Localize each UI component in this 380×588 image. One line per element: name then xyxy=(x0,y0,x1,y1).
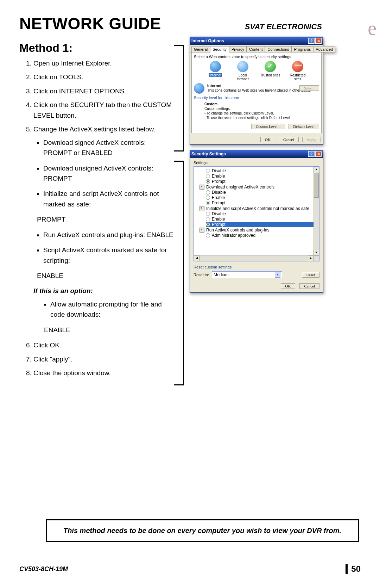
radio-enable-3[interactable]: Enable xyxy=(206,217,317,222)
tab-advanced[interactable]: Advanced xyxy=(313,46,335,52)
step5-b3-value: PROMPT xyxy=(37,214,174,224)
step-2: Click on TOOLS. xyxy=(33,72,174,82)
group-initialize-script: Initialize and script ActiveX controls n… xyxy=(200,206,317,211)
radio-disable-2[interactable]: Disable xyxy=(206,190,317,195)
step5-bullet-3: Initialize and script ActiveX controls n… xyxy=(43,188,174,224)
scroll-right-icon[interactable]: ▶ xyxy=(308,255,314,261)
radio-label: Prompt xyxy=(212,179,226,184)
reset-to-combo[interactable]: Medium ▾ xyxy=(212,271,282,278)
radio-label: Disable xyxy=(212,190,226,195)
help-icon[interactable]: ? xyxy=(308,151,315,157)
tab-connections[interactable]: Connections xyxy=(265,46,291,52)
step-6: Click OK. xyxy=(33,340,174,350)
page-title: NETWORK GUIDE xyxy=(19,14,161,33)
radio-prompt-2[interactable]: Prompt xyxy=(206,200,317,205)
dlg1-apply-button[interactable]: Apply xyxy=(302,137,321,142)
opt-bullet-text: Allow automatic prompting for file and c… xyxy=(50,301,162,318)
reset-to-label: Reset to: xyxy=(194,273,209,277)
radio-icon xyxy=(206,174,210,178)
radio-icon xyxy=(206,233,210,237)
radio-prompt-1[interactable]: Prompt xyxy=(206,179,317,184)
default-level-button[interactable]: Default Level xyxy=(289,124,319,129)
step-5-text: Change the ActiveX settings listed below… xyxy=(33,125,155,133)
tab-privacy[interactable]: Privacy xyxy=(229,46,247,52)
reset-to-value: Medium xyxy=(214,272,229,277)
radio-disable-1[interactable]: Disable xyxy=(206,168,317,173)
radio-label: Prompt xyxy=(212,222,226,227)
zone-restricted-sites[interactable]: Restricted sites xyxy=(287,61,308,81)
radio-admin-approved[interactable]: Administrator approved xyxy=(206,233,317,238)
zone-desc-text: This zone contains all Web sites you hav… xyxy=(207,88,311,92)
scroll-up-icon[interactable]: ▲ xyxy=(314,167,319,172)
radio-icon xyxy=(206,190,210,194)
dlg1-ok-button[interactable]: OK xyxy=(260,137,275,142)
dlg2-title: Security Settings xyxy=(191,151,226,156)
step-4: Click on the SECURITY tab then the CUSTO… xyxy=(33,100,174,120)
chevron-down-icon[interactable]: ▾ xyxy=(275,272,280,278)
step5-bullet-4: Run ActiveX controls and plug-ins: ENABL… xyxy=(43,230,174,240)
group-download-unsigned: Download unsigned ActiveX controls xyxy=(200,185,317,190)
scroll-left-icon[interactable]: ◀ xyxy=(194,255,200,261)
radio-disable-3[interactable]: Disable xyxy=(206,211,317,216)
bracket-2 xyxy=(174,161,184,385)
zone-internet-label: Internet xyxy=(209,73,222,77)
group-icon xyxy=(200,228,204,233)
step-list: Open up Internet Explorer. Click on TOOL… xyxy=(19,58,174,378)
scroll-down-icon[interactable]: ▼ xyxy=(314,250,319,255)
zone-local-intranet[interactable]: Local intranet xyxy=(232,61,253,81)
step5-bullet-1: Download signed ActiveX controls: PROMPT… xyxy=(43,137,174,158)
opt-bullet: Allow automatic prompting for file and c… xyxy=(50,299,174,335)
opt-bullet-value: ENABLE xyxy=(44,325,174,335)
custom-title: Custom xyxy=(204,102,217,106)
local-intranet-icon xyxy=(237,61,248,72)
step5-b5-value: ENABLE xyxy=(37,271,174,281)
radio-prompt-3-selected[interactable]: Prompt xyxy=(206,222,317,227)
radio-enable-2[interactable]: Enable xyxy=(206,195,317,200)
custom-line1: Custom settings. xyxy=(204,107,230,111)
close-icon[interactable]: ✕ xyxy=(315,151,322,157)
tab-general[interactable]: General xyxy=(191,46,210,52)
reset-button[interactable]: Reset xyxy=(302,272,319,278)
zone-trusted-label: Trusted sites xyxy=(260,73,280,77)
security-settings-dialog: Security Settings ? ✕ Settings: Disable … xyxy=(190,150,323,293)
dlg2-cancel-button[interactable]: Cancel xyxy=(299,283,319,289)
help-icon[interactable]: ? xyxy=(308,38,315,44)
zone-prompt: Select a Web content zone to specify its… xyxy=(194,55,319,59)
scrollbar-horizontal[interactable] xyxy=(194,255,319,261)
group-icon xyxy=(200,206,204,211)
zone-desc-title: Internet xyxy=(207,83,221,88)
step-7: Click "apply". xyxy=(33,354,174,364)
scroll-thumb[interactable] xyxy=(314,173,319,198)
radio-label: Administrator approved xyxy=(212,233,255,238)
radio-icon xyxy=(206,169,210,173)
zone-trusted-sites[interactable]: Trusted sites xyxy=(260,61,281,81)
custom-level-button[interactable]: Custom Level... xyxy=(251,124,285,129)
close-icon[interactable]: ✕ xyxy=(315,38,322,44)
settings-list[interactable]: Disable Enable Prompt Download unsigned … xyxy=(194,166,319,261)
radio-label: Enable xyxy=(212,195,225,200)
group-run-activex: Run ActiveX controls and plug-ins xyxy=(200,228,317,233)
sites-button[interactable]: Sites... xyxy=(299,85,319,91)
radio-icon xyxy=(206,196,210,200)
radio-icon xyxy=(206,179,210,184)
tab-programs[interactable]: Programs xyxy=(292,46,314,52)
zone-internet[interactable]: Internet xyxy=(205,61,226,81)
tab-content[interactable]: Content xyxy=(247,46,265,52)
step5-bullet-5: Script ActiveX controls marked as safe f… xyxy=(43,245,174,281)
zone-restricted-label: Restricted sites xyxy=(287,73,308,81)
internet-options-dialog: Internet Options ? ✕ General Security Pr… xyxy=(190,37,323,145)
zone-local-label: Local intranet xyxy=(232,73,253,81)
radio-icon xyxy=(206,201,210,205)
step-5: Change the ActiveX settings listed below… xyxy=(33,124,174,335)
step-8: Close the options window. xyxy=(33,368,174,378)
dlg1-cancel-button[interactable]: Cancel xyxy=(279,137,299,142)
custom-line2: - To change the settings, click Custom L… xyxy=(204,111,274,115)
dlg2-ok-button[interactable]: OK xyxy=(281,283,296,289)
group-label: Download unsigned ActiveX controls xyxy=(206,185,274,190)
tab-security[interactable]: Security xyxy=(210,46,229,52)
step5-b3-text: Initialize and script ActiveX controls n… xyxy=(43,190,159,208)
radio-enable-1[interactable]: Enable xyxy=(206,174,317,179)
radio-label: Disable xyxy=(212,211,226,216)
dlg2-titlebar: Security Settings ? ✕ xyxy=(190,150,323,158)
radio-label: Enable xyxy=(212,217,225,222)
